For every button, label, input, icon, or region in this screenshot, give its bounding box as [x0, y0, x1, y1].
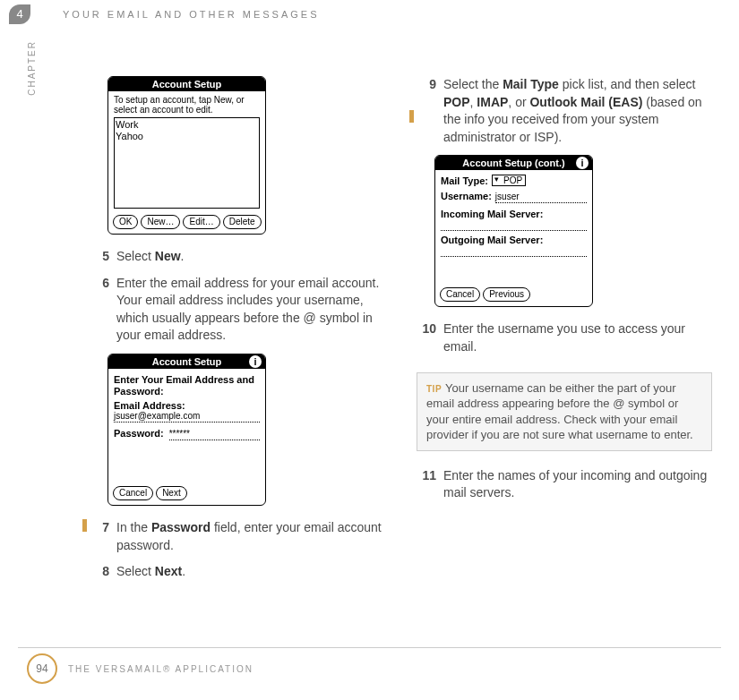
- cancel-button[interactable]: Cancel: [113, 486, 153, 500]
- palm-titlebar: Account Setup i: [108, 354, 265, 369]
- palm-window-account-list: Account Setup To setup an account, tap N…: [107, 76, 266, 235]
- email-field[interactable]: jsuser@example.com: [114, 411, 260, 423]
- ok-button[interactable]: OK: [113, 215, 138, 229]
- step-text: Select Next.: [116, 563, 385, 581]
- palm-title: Account Setup: [152, 356, 222, 367]
- footer-title: THE VERSAMAIL® APPLICATION: [68, 664, 253, 674]
- palm-titlebar: Account Setup (cont.) i: [435, 156, 592, 170]
- incoming-label: Incoming Mail Server:: [441, 209, 587, 219]
- page-number: 94: [27, 653, 57, 684]
- step-7: 7 In the Password field, enter your emai…: [90, 519, 385, 554]
- palm-title: Account Setup: [152, 79, 222, 90]
- step-number: 7: [90, 519, 116, 554]
- list-item[interactable]: Yahoo: [116, 131, 258, 142]
- step-number: 8: [90, 563, 116, 581]
- password-label: Password:: [114, 428, 164, 439]
- palm-heading: Enter Your Email Address and Password:: [114, 374, 260, 397]
- step-10: 10 Enter the username you use to access …: [417, 320, 712, 355]
- tip-box: TIPYour username can be either the part …: [417, 372, 712, 451]
- previous-button[interactable]: Previous: [483, 287, 530, 302]
- list-item[interactable]: Work: [116, 119, 258, 131]
- palm-titlebar: Account Setup: [108, 77, 265, 91]
- accent-tick-icon: [82, 519, 87, 532]
- step-text: Select the Mail Type pick list, and then…: [443, 76, 712, 146]
- accent-tick-icon: [409, 110, 414, 123]
- username-field[interactable]: jsuser: [495, 192, 587, 203]
- info-icon[interactable]: i: [249, 355, 262, 368]
- step-number: 9: [417, 76, 443, 146]
- palm-instruction: To setup an account, tap New, or select …: [114, 95, 260, 115]
- step-number: 10: [417, 320, 443, 355]
- step-5: 5 Select New.: [90, 248, 385, 266]
- palm-window-mail-type: Account Setup (cont.) i Mail Type: POP U…: [434, 155, 593, 307]
- incoming-field[interactable]: [441, 219, 587, 231]
- next-button[interactable]: Next: [156, 486, 187, 500]
- outgoing-field[interactable]: [441, 245, 587, 257]
- outgoing-label: Outgoing Mail Server:: [441, 235, 587, 245]
- running-header: YOUR EMAIL AND OTHER MESSAGES: [63, 9, 319, 20]
- step-9: 9 Select the Mail Type pick list, and th…: [417, 76, 712, 146]
- palm-window-email-password: Account Setup i Enter Your Email Address…: [107, 354, 266, 506]
- step-text: In the Password field, enter your email …: [116, 519, 385, 554]
- step-text: Select New.: [116, 248, 385, 266]
- step-number: 6: [90, 275, 116, 345]
- step-11: 11 Enter the names of your incoming and …: [417, 467, 712, 502]
- step-number: 11: [417, 467, 443, 502]
- edit-button[interactable]: Edit…: [183, 215, 219, 229]
- mailtype-dropdown[interactable]: POP: [492, 175, 526, 186]
- page-content: Account Setup To setup an account, tap N…: [90, 76, 712, 637]
- chapter-badge: 4: [9, 4, 30, 24]
- new-button[interactable]: New…: [141, 215, 180, 229]
- email-label: Email Address:: [114, 400, 260, 411]
- step-8: 8 Select Next.: [90, 563, 385, 581]
- step-text: Enter the email address for your email a…: [116, 275, 385, 345]
- chapter-label: CHAPTER: [27, 40, 37, 96]
- palm-title: Account Setup (cont.): [462, 158, 564, 168]
- mailtype-label: Mail Type:: [441, 175, 488, 186]
- delete-button[interactable]: Delete: [223, 215, 262, 229]
- step-text: Enter the names of your incoming and out…: [443, 467, 712, 502]
- cancel-button[interactable]: Cancel: [440, 287, 480, 302]
- username-label: Username:: [441, 191, 492, 201]
- left-column: Account Setup To setup an account, tap N…: [90, 76, 385, 637]
- tip-label: TIP: [426, 384, 442, 394]
- step-number: 5: [90, 248, 116, 266]
- account-listbox[interactable]: Work Yahoo: [114, 117, 260, 209]
- step-text: Enter the username you use to access you…: [443, 320, 712, 355]
- step-6: 6 Enter the email address for your email…: [90, 275, 385, 345]
- right-column: 9 Select the Mail Type pick list, and th…: [417, 76, 712, 637]
- page-footer: 94 THE VERSAMAIL® APPLICATION: [18, 647, 721, 684]
- info-icon[interactable]: i: [576, 157, 589, 169]
- password-field[interactable]: ******: [169, 429, 260, 440]
- tip-text: Your username can be either the part of …: [426, 381, 693, 442]
